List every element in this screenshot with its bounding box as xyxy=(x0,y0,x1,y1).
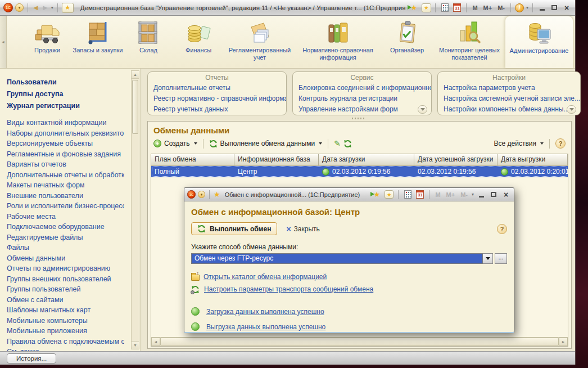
sidebar-item[interactable]: Виды контактной информации xyxy=(7,118,124,128)
sidebar-item-see-also[interactable]: См. также xyxy=(7,347,124,351)
sidebar-item[interactable]: Файлы xyxy=(7,243,124,253)
sidebar-item-access-groups[interactable]: Группы доступа xyxy=(7,88,124,100)
sidebar-item[interactable]: Роли и исполнители бизнес-процессов xyxy=(7,201,124,212)
splitter-grip[interactable] xyxy=(352,118,364,119)
panel-link[interactable]: Реестр учетных данных xyxy=(148,104,286,115)
back-icon[interactable]: ◄ xyxy=(32,4,39,11)
sidebar-item[interactable]: Регламентные и фоновые задания xyxy=(7,149,124,160)
dialog-minimize-button[interactable] xyxy=(476,190,486,199)
calendar-icon[interactable]: 31 xyxy=(452,3,462,12)
column-header[interactable]: Дата выгрузки xyxy=(497,154,568,166)
calculator-icon[interactable] xyxy=(440,3,450,12)
horizontal-scrollbar[interactable]: ◄ ► xyxy=(151,337,568,346)
favorites-button[interactable]: ★ xyxy=(62,3,74,13)
combo-browse-button[interactable]: ... xyxy=(495,253,507,264)
add-favorite-icon[interactable]: ★ xyxy=(409,3,419,12)
sidebar-item[interactable]: Редактируемые файлы xyxy=(7,232,124,243)
sidebar-item-registration-log[interactable]: Журнал регистрации xyxy=(7,100,124,112)
panel-link[interactable]: Настройки компоненты обмена данны... xyxy=(438,104,580,115)
sidebar-item[interactable]: Правила обмена с подключаемым об... xyxy=(7,336,124,347)
add-favorite-icon[interactable]: ★ xyxy=(372,190,382,199)
favorites-list-icon[interactable]: ★ xyxy=(384,190,394,199)
transport-settings-link[interactable]: Настроить параметры транспорта сообщений… xyxy=(204,285,373,293)
help-button[interactable]: ? xyxy=(555,138,566,149)
run-exchange-button[interactable]: Выполнение обмена данными xyxy=(209,140,323,148)
panel-link[interactable]: Контроль журнала регистрации xyxy=(293,93,431,104)
dialog-maximize-button[interactable] xyxy=(489,190,499,199)
column-header[interactable]: Дата загрузки xyxy=(319,154,414,166)
main-menu-button[interactable]: ▾ xyxy=(15,3,24,12)
exchange-method-select[interactable]: Обмен через FTP-ресурс xyxy=(191,253,483,264)
panel-more-button[interactable] xyxy=(418,105,427,114)
tab-finance[interactable]: Финансы xyxy=(173,16,224,68)
sidebar-item[interactable]: Мобильные приложения xyxy=(7,326,124,336)
tab-kpi-monitoring[interactable]: Мониторинг целевых показателей xyxy=(434,16,505,68)
history-dropdown-icon[interactable]: ▾ xyxy=(51,5,53,10)
sidebar-item[interactable]: Наборы дополнительных реквизитов ... xyxy=(7,128,124,139)
tab-inventory[interactable]: Запасы и закупки xyxy=(72,16,124,68)
sidebar-item[interactable]: Шаблоны магнитных карт xyxy=(7,305,124,316)
help-button[interactable]: ? xyxy=(497,224,507,234)
forward-icon[interactable]: ► xyxy=(42,4,49,11)
scroll-left-icon[interactable]: ◄ xyxy=(151,338,160,346)
scroll-up-icon[interactable]: ▲ xyxy=(132,71,139,79)
tab-organizer[interactable]: Органайзер xyxy=(380,16,434,68)
close-dialog-action[interactable]: × Закрыть xyxy=(286,225,319,233)
close-button[interactable]: × xyxy=(562,3,572,12)
toolbar-dropdown-icon[interactable]: ▾ xyxy=(526,5,528,10)
memory-button[interactable]: M xyxy=(471,5,479,11)
calendar-icon[interactable]: 31 xyxy=(415,190,425,199)
column-header[interactable]: Информационная база xyxy=(234,154,319,166)
tab-warehouse[interactable]: Склад xyxy=(124,16,173,68)
all-actions-button[interactable]: Все действия xyxy=(494,140,544,147)
load-status-link[interactable]: Загрузка данных выполнена успешно xyxy=(206,308,324,316)
tab-administration[interactable]: Администрирование xyxy=(505,16,573,68)
sidebar-item[interactable]: Версионируемые объекты xyxy=(7,138,124,149)
toolbar-dropdown-icon[interactable]: ▾ xyxy=(472,192,474,197)
panel-link[interactable]: Дополнительные отчеты xyxy=(148,83,286,93)
panel-link[interactable]: Настройка системной учетной записи эле..… xyxy=(438,93,580,104)
panel-more-button[interactable] xyxy=(567,105,576,114)
sidebar-item[interactable]: Варианты отчетов xyxy=(7,159,124,170)
sidebar-item-users[interactable]: Пользователи xyxy=(7,77,124,88)
sidebar-item[interactable]: Обмен с сайтами xyxy=(7,295,124,306)
dialog-close-button[interactable]: × xyxy=(501,190,511,199)
sidebar-item-data-exchanges[interactable]: Обмены данными xyxy=(7,253,124,264)
panel-link[interactable]: Блокировка соединений с информационно... xyxy=(293,83,431,93)
table-row[interactable]: Полный Центр 02.03.2012 0:19:56 02.03.20… xyxy=(151,166,568,177)
history-button[interactable]: История... xyxy=(7,353,56,363)
info-icon[interactable]: i xyxy=(515,3,524,12)
tab-sales[interactable]: Продажи xyxy=(22,16,72,68)
maximize-button[interactable] xyxy=(549,3,559,12)
sidebar-item[interactable]: Дополнительные отчеты и обработки xyxy=(7,170,124,181)
tab-regulated-accounting[interactable]: Регламентированный учет xyxy=(224,16,296,68)
run-exchange-button[interactable]: Выполнить обмен xyxy=(191,222,277,235)
memory-plus-button[interactable]: M+ xyxy=(482,5,494,11)
panel-link[interactable]: Реестр нормативно - справочной информа..… xyxy=(148,93,286,104)
scroll-down-icon[interactable]: ▼ xyxy=(132,341,139,349)
sidebar-item[interactable]: Подключаемое оборудование xyxy=(7,222,124,232)
panel-link[interactable]: Управление настройками форм xyxy=(293,104,431,115)
scroll-right-icon[interactable]: ► xyxy=(559,338,568,346)
refresh-button[interactable] xyxy=(343,140,352,148)
panel-link[interactable]: Настройка параметров учета xyxy=(438,83,580,93)
open-catalog-link[interactable]: Открыть каталог обмена информацией xyxy=(203,273,327,281)
column-header[interactable]: План обмена xyxy=(151,154,234,166)
unload-status-link[interactable]: Выгрузка данных выполнена успешно xyxy=(206,323,325,331)
sidebar-item[interactable]: Отчеты по администрированию xyxy=(7,263,124,274)
sidebar-item[interactable]: Мобильные компьютеры xyxy=(7,316,124,326)
sidebar-item[interactable]: Внешние пользователи xyxy=(7,191,124,201)
column-header[interactable]: Дата успешной загрузки xyxy=(414,154,497,166)
sidebar-item[interactable]: Рабочие места xyxy=(7,212,124,222)
combo-dropdown-button[interactable] xyxy=(483,253,493,264)
minimize-button[interactable] xyxy=(537,3,547,12)
tab-master-data[interactable]: Нормативно-справочная информация xyxy=(296,16,380,68)
memory-minus-button[interactable]: M- xyxy=(496,5,506,11)
calculator-icon[interactable] xyxy=(402,190,413,199)
sidebar-item[interactable]: Группы внешних пользователей xyxy=(7,274,124,285)
favorites-star-icon[interactable]: ★ xyxy=(214,190,220,199)
edit-button[interactable]: ✎ xyxy=(334,139,341,148)
sidebar-scrollbar[interactable]: ▲ ▼ xyxy=(131,70,139,349)
create-button[interactable]: + Создать xyxy=(153,140,197,147)
dialog-menu-button[interactable]: ▾ xyxy=(198,191,205,198)
